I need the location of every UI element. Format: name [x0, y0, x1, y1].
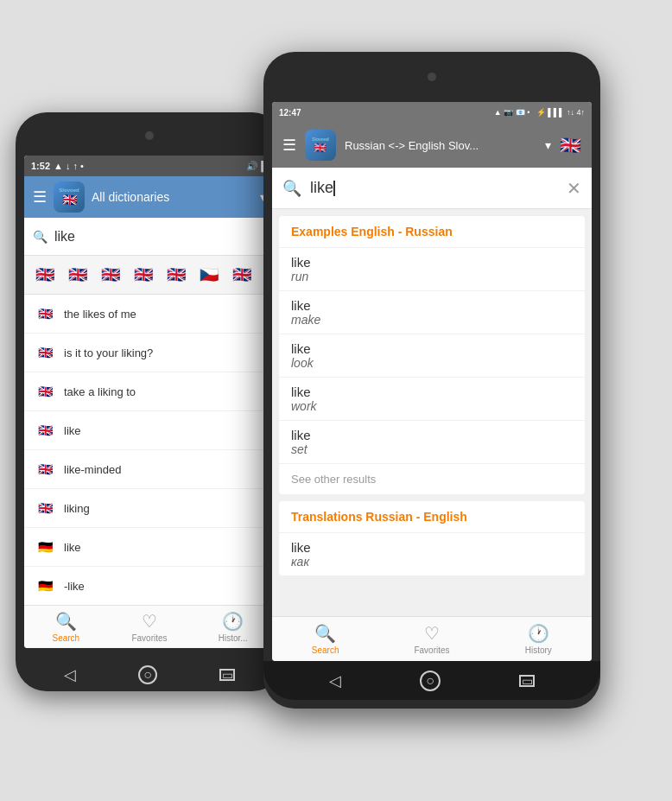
- front-result-trans-3: look: [291, 356, 573, 370]
- front-favorites-nav-label: Favorites: [414, 645, 449, 655]
- back-history-nav-icon: 🕐: [222, 611, 244, 632]
- dict-item-text-8: -like: [64, 580, 85, 593]
- flag-gb-5[interactable]: 🇬🇧: [162, 261, 190, 289]
- front-flag-icon: 🇬🇧: [560, 135, 581, 156]
- front-translations-header: Translations Russian - English: [279, 501, 585, 532]
- front-search-nav-label: Search: [312, 645, 339, 655]
- back-nav-home-btn[interactable]: ○: [138, 665, 157, 684]
- back-nav-search[interactable]: 🔍 Search: [24, 607, 108, 646]
- front-phone-camera: [428, 73, 436, 81]
- back-dict-list: 🇬🇧 the likes of me 🇬🇧 is it to your liki…: [24, 295, 275, 605]
- dict-item-flag-5: 🇬🇧: [33, 457, 57, 481]
- back-search-input[interactable]: like: [54, 229, 266, 245]
- front-nav-history[interactable]: 🕐 History: [485, 620, 592, 658]
- back-status-time: 1:52: [31, 161, 50, 171]
- dict-item-2[interactable]: 🇬🇧 is it to your liking?: [24, 334, 275, 372]
- front-app-logo: Slovoed 🇬🇧: [305, 130, 336, 161]
- front-trans-result-1[interactable]: like как: [279, 532, 585, 575]
- front-translations-section: Translations Russian - English like как: [279, 501, 585, 575]
- dict-item-text-2: is it to your liking?: [64, 346, 153, 359]
- back-favorites-nav-label: Favorites: [131, 633, 167, 643]
- front-status-icons: ▲ 📷 📧 • ⚡ ▌▌▌ ↑↓ 4↑: [494, 108, 585, 117]
- front-nav-recents-btn[interactable]: ▭: [519, 675, 535, 687]
- front-result-trans-5: set: [291, 442, 573, 456]
- front-result-5[interactable]: like set: [279, 420, 585, 463]
- back-phone-screen: 1:52 ▲ ↓ ↑ • 🔊 ▌ ☰ Slovoed 🇬🇧 All dictio…: [24, 156, 275, 648]
- dict-item-flag-2: 🇬🇧: [33, 340, 57, 365]
- front-nav-favorites[interactable]: ♡ Favorites: [378, 620, 485, 658]
- dict-item-4[interactable]: 🇬🇧 like: [24, 411, 275, 450]
- back-app-title[interactable]: All dictionaries: [92, 190, 253, 204]
- front-search-nav-icon: 🔍: [314, 623, 336, 644]
- front-trans-word-1: like: [291, 540, 573, 555]
- flag-cz[interactable]: 🇨🇿: [195, 261, 223, 289]
- front-status-time: 12:47: [279, 108, 301, 118]
- front-result-word-3: like: [291, 341, 573, 356]
- front-clear-icon[interactable]: ✕: [567, 178, 581, 199]
- front-search-value: like: [310, 179, 333, 196]
- front-search-icon: 🔍: [282, 179, 301, 198]
- front-see-other[interactable]: See other results: [279, 463, 585, 494]
- front-examples-section: Examples English - Russian like run like…: [279, 216, 585, 494]
- dict-item-7[interactable]: 🇩🇪 like: [24, 528, 275, 567]
- back-app-logo: Slovoed 🇬🇧: [54, 181, 85, 213]
- front-nav-back-btn[interactable]: ◁: [329, 671, 341, 690]
- back-search-bar[interactable]: 🔍 like: [24, 218, 275, 256]
- dict-item-3[interactable]: 🇬🇧 take a liking to: [24, 372, 275, 411]
- front-nav-search[interactable]: 🔍 Search: [272, 620, 378, 658]
- front-bottom-nav: 🔍 Search ♡ Favorites 🕐 History: [272, 616, 592, 661]
- dict-item-flag-1: 🇬🇧: [33, 302, 57, 326]
- hamburger-icon[interactable]: ☰: [33, 188, 47, 207]
- flag-gb-3[interactable]: 🇬🇧: [97, 261, 124, 289]
- front-dropdown-icon[interactable]: ▾: [545, 138, 551, 152]
- front-result-word-4: like: [291, 385, 573, 399]
- front-search-input[interactable]: like: [310, 179, 558, 197]
- dict-item-flag-3: 🇬🇧: [33, 379, 57, 404]
- back-search-icon: 🔍: [33, 230, 48, 244]
- dict-item-flag-8: 🇩🇪: [33, 574, 57, 598]
- back-phone-camera: [145, 131, 154, 140]
- back-flags-row: 🇬🇧 🇬🇧 🇬🇧 🇬🇧 🇬🇧 🇨🇿 🇬🇧: [24, 256, 275, 295]
- back-nav-favorites[interactable]: ♡ Favorites: [108, 607, 192, 646]
- front-phone-screen: 12:47 ▲ 📷 📧 • ⚡ ▌▌▌ ↑↓ 4↑ ☰ Slovoed 🇬🇧 R…: [272, 102, 592, 661]
- flag-gb-6[interactable]: 🇬🇧: [228, 261, 256, 289]
- dict-item-flag-7: 🇩🇪: [33, 535, 57, 559]
- back-nav-back-btn[interactable]: ◁: [64, 665, 76, 684]
- front-search-bar[interactable]: 🔍 like ✕: [272, 168, 592, 209]
- front-result-4[interactable]: like work: [279, 377, 585, 420]
- front-history-nav-icon: 🕐: [528, 623, 549, 644]
- back-search-nav-icon: 🔍: [55, 611, 77, 632]
- back-search-nav-label: Search: [52, 633, 79, 643]
- front-app-title[interactable]: Russian <-> English Slov...: [345, 139, 536, 152]
- dict-item-text-4: like: [64, 424, 81, 437]
- front-result-word-2: like: [291, 298, 573, 313]
- back-status-icons: ▲ ↓ ↑ •: [54, 161, 84, 171]
- dict-item-5[interactable]: 🇬🇧 like-minded: [24, 450, 275, 489]
- dict-item-6[interactable]: 🇬🇧 liking: [24, 489, 275, 528]
- dict-item-1[interactable]: 🇬🇧 the likes of me: [24, 295, 275, 334]
- front-trans-translation-1: как: [291, 555, 573, 569]
- flag-gb-2[interactable]: 🇬🇧: [64, 261, 92, 289]
- front-result-trans-2: make: [291, 313, 573, 327]
- front-favorites-nav-icon: ♡: [424, 623, 440, 644]
- flag-gb-1[interactable]: 🇬🇧: [31, 261, 59, 289]
- front-examples-header: Examples English - Russian: [279, 216, 585, 247]
- back-history-nav-label: Histor...: [219, 633, 248, 643]
- flag-gb-4[interactable]: 🇬🇧: [130, 261, 157, 289]
- dict-item-8[interactable]: 🇩🇪 -like: [24, 567, 275, 605]
- front-cursor: [333, 181, 335, 196]
- front-hardware-nav: ◁ ○ ▭: [263, 661, 600, 700]
- back-nav-history[interactable]: 🕐 Histor...: [191, 607, 275, 646]
- front-result-2[interactable]: like make: [279, 290, 585, 334]
- back-app-bar: ☰ Slovoed 🇬🇧 All dictionaries ▾: [24, 176, 275, 218]
- back-favorites-nav-icon: ♡: [142, 611, 157, 632]
- front-nav-home-btn[interactable]: ○: [420, 671, 441, 691]
- dict-item-text-1: the likes of me: [64, 308, 136, 321]
- front-result-1[interactable]: like run: [279, 247, 585, 290]
- front-app-bar: ☰ Slovoed 🇬🇧 Russian <-> English Slov...…: [272, 123, 592, 168]
- front-hamburger-icon[interactable]: ☰: [282, 136, 296, 155]
- front-result-3[interactable]: like look: [279, 334, 585, 377]
- back-status-bar: 1:52 ▲ ↓ ↑ • 🔊 ▌: [24, 156, 275, 176]
- front-phone: 12:47 ▲ 📷 📧 • ⚡ ▌▌▌ ↑↓ 4↑ ☰ Slovoed 🇬🇧 R…: [263, 52, 600, 709]
- back-nav-recents-btn[interactable]: ▭: [219, 669, 235, 681]
